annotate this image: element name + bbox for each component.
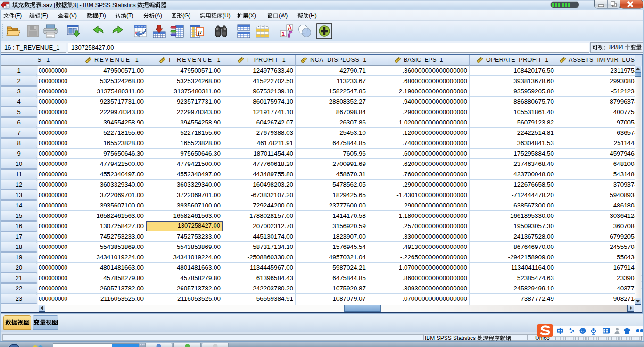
svg-text:1: 1 bbox=[281, 31, 285, 37]
svg-text:μ: μ bbox=[198, 28, 202, 36]
svg-text:A: A bbox=[288, 25, 292, 31]
